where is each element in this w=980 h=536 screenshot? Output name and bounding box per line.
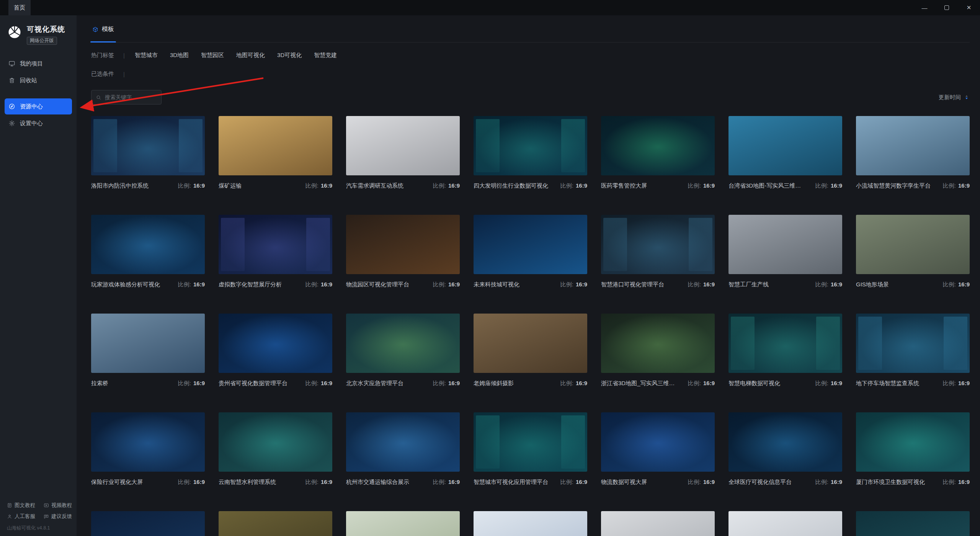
sidebar-item-resource-center[interactable]: 资源中心 xyxy=(5,98,72,114)
window-minimize-button[interactable]: — xyxy=(913,0,936,15)
template-thumbnail[interactable] xyxy=(601,412,715,472)
template-card[interactable]: 台湾省3D地图-写实风三维地图 比例:16:9 xyxy=(728,116,842,190)
footer-link-support[interactable]: 人工客服 xyxy=(7,513,44,520)
template-card-partial[interactable] xyxy=(728,511,842,536)
template-thumbnail[interactable] xyxy=(346,215,460,274)
sort-by-update-time[interactable]: 更新时间 xyxy=(939,94,970,101)
window-close-button[interactable]: ✕ xyxy=(958,0,980,15)
template-thumbnail[interactable] xyxy=(728,215,842,274)
template-thumbnail[interactable] xyxy=(856,215,970,274)
template-card[interactable]: 智慧城市可视化应用管理平台 比例:16:9 xyxy=(474,412,587,486)
template-thumbnail[interactable] xyxy=(728,116,842,175)
template-card-partial[interactable] xyxy=(601,511,715,536)
template-thumbnail[interactable] xyxy=(474,314,587,373)
template-card[interactable]: 未来科技城可视化 比例:16:9 xyxy=(474,215,587,288)
template-card[interactable]: 智慧工厂生产线 比例:16:9 xyxy=(728,215,842,288)
template-card[interactable]: 医药零售管控大屏 比例:16:9 xyxy=(601,116,715,190)
template-card[interactable]: 厦门市环境卫生数据可视化 比例:16:9 xyxy=(856,412,970,486)
template-card-partial[interactable] xyxy=(219,511,332,536)
template-thumbnail[interactable] xyxy=(219,215,332,274)
template-thumbnail[interactable] xyxy=(219,412,332,472)
template-card[interactable]: 物流园区可视化管理平台 比例:16:9 xyxy=(346,215,460,288)
template-card-partial[interactable] xyxy=(346,511,460,536)
template-thumbnail[interactable] xyxy=(219,511,332,536)
thumbnail-overlay xyxy=(474,412,587,472)
tab-templates[interactable]: 模板 xyxy=(91,25,115,42)
template-thumbnail[interactable] xyxy=(601,116,715,175)
search-box[interactable] xyxy=(91,90,162,105)
filter-tag[interactable]: 智慧城市 xyxy=(135,52,158,58)
window-maximize-button[interactable] xyxy=(936,0,958,15)
template-card[interactable]: 杭州市交通运输综合展示 比例:16:9 xyxy=(346,412,460,486)
template-card[interactable]: 智慧港口可视化管理平台 比例:16:9 xyxy=(601,215,715,288)
template-thumbnail[interactable] xyxy=(474,511,587,536)
template-card-partial[interactable] xyxy=(474,511,587,536)
footer-link-label: 图文教程 xyxy=(15,502,35,509)
template-thumbnail[interactable] xyxy=(219,314,332,373)
template-thumbnail[interactable] xyxy=(91,116,205,175)
template-card[interactable]: 洛阳市内防汛中控系统 比例:16:9 xyxy=(91,116,205,190)
filter-tag[interactable]: 智慧党建 xyxy=(314,52,337,58)
template-thumbnail[interactable] xyxy=(474,215,587,274)
template-thumbnail[interactable] xyxy=(856,116,970,175)
template-title: 物流数据可视大屏 xyxy=(601,479,647,486)
template-thumbnail[interactable] xyxy=(346,314,460,373)
template-thumbnail[interactable] xyxy=(219,116,332,175)
template-card[interactable]: 浙江省3D地图_写实风三维地图 比例:16:9 xyxy=(601,314,715,387)
template-thumbnail[interactable] xyxy=(601,215,715,274)
footer-link-feedback[interactable]: 建议反馈 xyxy=(44,513,74,520)
template-thumbnail[interactable] xyxy=(474,412,587,472)
template-thumbnail[interactable] xyxy=(856,511,970,536)
template-card[interactable]: 北京水灾应急管理平台 比例:16:9 xyxy=(346,314,460,387)
template-thumbnail[interactable] xyxy=(474,116,587,175)
template-card[interactable]: 拉索桥 比例:16:9 xyxy=(91,314,205,387)
template-card-partial[interactable] xyxy=(91,511,205,536)
template-thumbnail[interactable] xyxy=(91,412,205,472)
template-thumbnail[interactable] xyxy=(91,511,205,536)
search-input[interactable] xyxy=(105,94,157,100)
template-title: 浙江省3D地图_写实风三维地图 xyxy=(601,380,678,387)
template-card[interactable]: 虚拟数字化智慧展厅分析 比例:16:9 xyxy=(219,215,332,288)
template-thumbnail[interactable] xyxy=(728,412,842,472)
template-card[interactable]: 汽车需求调研互动系统 比例:16:9 xyxy=(346,116,460,190)
template-card[interactable]: 智慧电梯数据可视化 比例:16:9 xyxy=(728,314,842,387)
footer-link-video-tutorial[interactable]: 视频教程 xyxy=(44,502,74,509)
template-card[interactable]: 玩家游戏体验感分析可视化 比例:16:9 xyxy=(91,215,205,288)
template-card[interactable]: 贵州省可视化数据管理平台 比例:16:9 xyxy=(219,314,332,387)
filter-tag[interactable]: 智慧园区 xyxy=(201,52,224,58)
template-card[interactable]: GIS地形场景 比例:16:9 xyxy=(856,215,970,288)
filter-tag[interactable]: 地图可视化 xyxy=(236,52,265,58)
tab-home[interactable]: 首页 xyxy=(8,0,31,15)
template-thumbnail[interactable] xyxy=(856,314,970,373)
template-thumbnail[interactable] xyxy=(346,116,460,175)
template-thumbnail[interactable] xyxy=(601,511,715,536)
filter-tag[interactable]: 3D地图 xyxy=(170,52,189,58)
template-card-meta: 智慧城市可视化应用管理平台 比例:16:9 xyxy=(474,479,587,486)
template-thumbnail[interactable] xyxy=(346,511,460,536)
template-card[interactable]: 保险行业可视化大屏 比例:16:9 xyxy=(91,412,205,486)
template-card[interactable]: 老姆庙倾斜摄影 比例:16:9 xyxy=(474,314,587,387)
template-card-meta: 贵州省可视化数据管理平台 比例:16:9 xyxy=(219,380,332,387)
template-thumbnail[interactable] xyxy=(728,314,842,373)
template-card[interactable]: 物流数据可视大屏 比例:16:9 xyxy=(601,412,715,486)
template-card[interactable]: 全球医疗可视化信息平台 比例:16:9 xyxy=(728,412,842,486)
template-thumbnail[interactable] xyxy=(346,412,460,472)
footer-link-doc-tutorial[interactable]: 图文教程 xyxy=(7,502,44,509)
template-card[interactable]: 云南智慧水利管理系统 比例:16:9 xyxy=(219,412,332,486)
template-card-partial[interactable] xyxy=(856,511,970,536)
sidebar-item-my-projects[interactable]: 我的项目 xyxy=(5,56,72,72)
template-card-meta: 台湾省3D地图-写实风三维地图 比例:16:9 xyxy=(728,182,842,190)
template-card[interactable]: 地下停车场智慧监查系统 比例:16:9 xyxy=(856,314,970,387)
template-card[interactable]: 四大发明衍生行业数据可视化 比例:16:9 xyxy=(474,116,587,190)
template-thumbnail[interactable] xyxy=(91,314,205,373)
template-card[interactable]: 小流域智慧黄河数字孪生平台 比例:16:9 xyxy=(856,116,970,190)
sidebar-item-settings-center[interactable]: 设置中心 xyxy=(5,115,72,131)
template-thumbnail[interactable] xyxy=(91,215,205,274)
template-thumbnail[interactable] xyxy=(728,511,842,536)
template-thumbnail[interactable] xyxy=(856,412,970,472)
template-ratio: 比例:16:9 xyxy=(688,281,715,288)
filter-tag[interactable]: 3D可视化 xyxy=(277,52,302,58)
template-card[interactable]: 煤矿运输 比例:16:9 xyxy=(219,116,332,190)
sidebar-item-recycle-bin[interactable]: 回收站 xyxy=(5,72,72,88)
template-thumbnail[interactable] xyxy=(601,314,715,373)
